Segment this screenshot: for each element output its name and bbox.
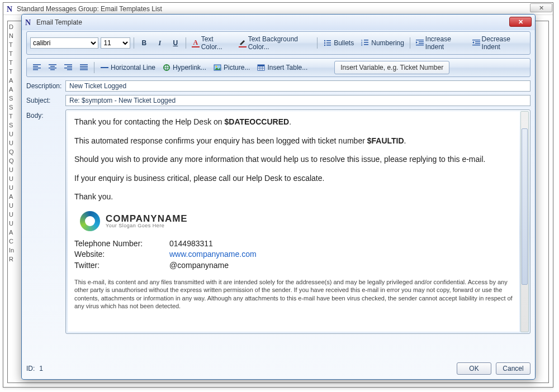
svg-rect-15 xyxy=(416,45,424,45)
svg-rect-23 xyxy=(33,69,38,70)
svg-rect-35 xyxy=(80,69,88,70)
svg-rect-28 xyxy=(64,64,72,65)
svg-rect-24 xyxy=(49,64,56,65)
close-icon: ✕ xyxy=(539,4,544,12)
svg-rect-26 xyxy=(49,68,56,69)
description-input[interactable] xyxy=(65,80,530,92)
align-center-button[interactable] xyxy=(46,62,59,73)
svg-text:3: 3 xyxy=(361,44,363,46)
table-icon xyxy=(257,63,266,72)
bullets-button[interactable]: Bullets xyxy=(321,37,356,49)
background-list: DNTTTTAASSTSUUQQUUUAUUUACInR xyxy=(9,22,15,264)
insert-table-button[interactable]: Insert Table... xyxy=(254,62,310,73)
align-center-icon xyxy=(48,63,57,72)
align-justify-button[interactable] xyxy=(77,62,91,73)
body-scrollbar[interactable] xyxy=(520,111,529,332)
cancel-button[interactable]: Cancel xyxy=(496,362,530,375)
svg-rect-5 xyxy=(326,45,331,46)
close-icon: ✕ xyxy=(518,18,523,26)
text-color-icon: A xyxy=(192,39,200,47)
align-justify-icon xyxy=(79,63,88,72)
svg-rect-20 xyxy=(33,64,41,65)
svg-rect-21 xyxy=(33,66,38,67)
svg-rect-7 xyxy=(364,40,368,41)
subject-label: Subject: xyxy=(26,97,61,104)
bold-button[interactable]: B xyxy=(138,37,151,49)
parent-title: Standard Messages Group: Email Templates… xyxy=(17,5,162,13)
dialog-bottom-bar: ID: 1 OK Cancel xyxy=(26,358,530,375)
svg-rect-32 xyxy=(80,64,88,65)
text-color-button[interactable]: A Text Color... xyxy=(190,34,234,52)
scrollbar-thumb[interactable] xyxy=(522,128,528,285)
parent-titlebar: N Standard Messages Group: Email Templat… xyxy=(3,3,553,15)
email-template-dialog: N Email Template ✕ calibri 11 B I U A Te… xyxy=(21,14,536,380)
bg-color-button[interactable]: Text Background Color... xyxy=(236,34,314,52)
horizontal-line-icon xyxy=(100,63,109,72)
align-right-button[interactable] xyxy=(61,62,75,73)
insert-toolbar: Horizontal Line Hyperlink... Picture... … xyxy=(26,58,530,77)
ok-button[interactable]: OK xyxy=(457,362,491,375)
svg-rect-30 xyxy=(64,68,72,69)
picture-icon xyxy=(213,63,222,72)
numbering-icon: 123 xyxy=(361,39,369,47)
numbering-button[interactable]: 123 Numbering xyxy=(358,37,406,49)
svg-point-4 xyxy=(324,45,325,46)
font-family-select[interactable]: calibri xyxy=(30,37,98,49)
svg-rect-31 xyxy=(67,69,72,70)
company-name: COMPANYNAME xyxy=(106,214,188,223)
highlighter-icon xyxy=(239,39,247,47)
svg-rect-18 xyxy=(475,43,480,44)
decrease-indent-button[interactable]: Decrease Indent xyxy=(470,34,527,52)
align-right-icon xyxy=(64,63,73,72)
id-value: 1 xyxy=(39,365,43,372)
description-label: Description: xyxy=(26,82,61,90)
email-disclaimer: This e-mail, its content and any files t… xyxy=(74,278,513,310)
svg-rect-36 xyxy=(101,67,108,68)
increase-indent-button[interactable]: Increase Indent xyxy=(414,34,468,52)
dialog-title: Email Template xyxy=(36,18,82,26)
subject-input[interactable] xyxy=(65,95,530,106)
svg-rect-1 xyxy=(326,40,331,41)
website-link[interactable]: www.companyname.com xyxy=(169,250,257,259)
company-logo: COMPANYNAME Your Slogan Goes Here xyxy=(80,211,513,231)
svg-rect-14 xyxy=(419,43,424,44)
svg-rect-11 xyxy=(364,44,368,45)
svg-rect-29 xyxy=(67,66,72,67)
horizontal-line-button[interactable]: Horizontal Line xyxy=(98,62,158,73)
svg-rect-22 xyxy=(33,68,41,69)
company-slogan: Your Slogan Goes Here xyxy=(106,223,188,228)
website-label: Website: xyxy=(74,250,169,260)
svg-rect-16 xyxy=(472,40,480,40)
align-left-button[interactable] xyxy=(30,62,44,73)
format-toolbar: calibri 11 B I U A Text Color... Text Ba… xyxy=(26,31,530,55)
picture-button[interactable]: Picture... xyxy=(211,62,252,73)
twitter-label: Twitter: xyxy=(74,261,169,271)
bullets-icon xyxy=(323,39,332,47)
svg-rect-25 xyxy=(50,66,55,67)
svg-rect-34 xyxy=(80,68,88,69)
svg-rect-3 xyxy=(326,42,331,44)
swirl-icon xyxy=(80,211,100,231)
hyperlink-button[interactable]: Hyperlink... xyxy=(160,62,209,73)
align-left-icon xyxy=(32,63,41,72)
svg-point-2 xyxy=(324,42,325,44)
dialog-close-button[interactable]: ✕ xyxy=(509,17,532,27)
svg-rect-27 xyxy=(50,69,55,70)
indent-decrease-icon xyxy=(472,39,480,47)
font-size-select[interactable]: 11 xyxy=(101,37,130,49)
app-icon: N xyxy=(7,5,15,13)
svg-rect-12 xyxy=(416,40,424,40)
dialog-titlebar[interactable]: N Email Template xyxy=(22,15,535,30)
svg-rect-41 xyxy=(258,65,264,66)
italic-button[interactable]: I xyxy=(153,37,167,49)
underline-button[interactable]: U xyxy=(169,37,182,49)
indent-increase-icon xyxy=(416,39,424,47)
svg-rect-13 xyxy=(419,41,424,42)
id-label: ID: xyxy=(26,365,35,372)
parent-close-button[interactable]: ✕ xyxy=(530,3,552,12)
telephone-value: 0144983311 xyxy=(169,239,513,249)
body-editor-frame: Thank you for contacting the Help Desk o… xyxy=(65,109,530,334)
body-editor[interactable]: Thank you for contacting the Help Desk o… xyxy=(68,112,519,332)
svg-rect-19 xyxy=(472,45,480,45)
insert-variable-button[interactable]: Insert Variable, e.g. Ticket Number xyxy=(334,61,449,74)
